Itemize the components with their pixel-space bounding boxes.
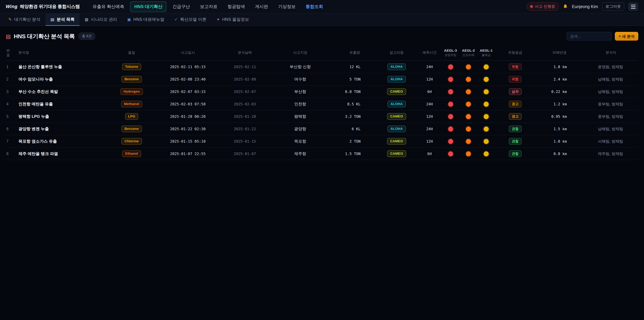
table-row[interactable]: 7 목포항 염소가스 유출 Chlorine 2025-01-15 05:10 … — [6, 135, 638, 148]
nav-item-board[interactable]: 게시판 — [251, 1, 272, 12]
incident-status-dot — [530, 5, 533, 8]
forecast-duration: 12H — [418, 73, 442, 86]
table-row[interactable]: 1 울산 온산항 톨루엔 누출 Toluene 2025-02-11 05:15… — [6, 61, 638, 73]
substance-badge: Benzene — [122, 126, 142, 132]
algorithm-badge: CAMEO — [387, 138, 406, 145]
row-number: 6 — [6, 123, 17, 135]
table-row[interactable]: 4 인천항 메탄올 유출 Methanol 2025-02-03 07:50 2… — [6, 98, 638, 110]
col-header-name: 분석명 — [17, 46, 111, 61]
nav-item-oil-spill-forecast[interactable]: 유출유 확산예측 — [88, 1, 128, 12]
substance-badge: Ethanol — [122, 151, 141, 157]
tab-hns-substance-info[interactable]: ✶ HNS 물질정보 — [212, 14, 254, 26]
aegl3-cell — [442, 61, 460, 73]
substance-cell: Hydrogen — [111, 86, 152, 98]
damage-radius: 0.95 km — [535, 110, 584, 123]
analysis-name: 목포항 염소가스 유출 — [17, 135, 111, 148]
nav-item-reports[interactable]: 보고자료 — [196, 1, 221, 12]
spill-amount: 5 TON — [334, 73, 376, 86]
search-input[interactable] — [567, 32, 612, 41]
aegl2-indicator — [466, 139, 471, 144]
risk-cell: 경고 — [495, 98, 535, 110]
table-row[interactable]: 8 제주 에탄올 탱크 파열 Ethanol 2025-01-07 22:55 … — [6, 148, 638, 160]
manual-book-icon: ▣ — [127, 17, 131, 22]
substance-cell: Methanol — [111, 98, 152, 110]
aegl1-indicator — [484, 127, 489, 132]
row-number: 1 — [6, 61, 17, 73]
risk-badge: 심각 — [509, 88, 522, 95]
aegl1-cell — [477, 98, 495, 110]
tab-hns-response-manual[interactable]: ▣ HNS 대응매뉴얼 — [122, 14, 169, 26]
incident-datetime: 2025-02-03 07:50 — [152, 98, 223, 110]
risk-badge: 관찰 — [509, 138, 522, 145]
tab-label: HNS 대응매뉴얼 — [133, 17, 164, 22]
algorithm-cell: ALOHA — [376, 61, 418, 73]
algorithm-cell: CAMEO — [376, 110, 418, 123]
nav-item-aerial-search[interactable]: 항공탐색 — [224, 1, 249, 12]
incident-location: 평택항 — [267, 110, 334, 123]
nav-item-emergency-rescue[interactable]: 긴급구난 — [168, 1, 194, 12]
algorithm-cell: ALOHA — [376, 98, 418, 110]
aegl1-cell — [477, 123, 495, 135]
col-header-aegl2: AEGL-2 건강피해 — [460, 46, 477, 61]
tab-diffusion-analysis[interactable]: ✎ 대기확산 분석 — [3, 14, 46, 26]
aegl2-cell — [460, 123, 477, 135]
analyst: 서해팀, 방제팀 — [584, 135, 638, 148]
aegl3-cell — [442, 86, 460, 98]
table-row[interactable]: 5 평택항 LPG 누출 LPG 2025-01-28 00:20 2025-0… — [6, 110, 638, 123]
table-row[interactable]: 3 부산 수소 추진선 폭발 Hydrogen 2025-02-07 03:15… — [6, 86, 638, 98]
spill-amount: 8.5 KL — [334, 98, 376, 110]
col-header-location: 사고지점 — [267, 46, 334, 61]
aegl1-indicator — [484, 151, 489, 156]
forecast-duration: 12H — [418, 135, 442, 148]
damage-radius: 1.5 km — [535, 123, 584, 135]
table-header: 번호 분석명 물질 사고일시 분석날짜 사고지점 유출량 알고리즘 예측시간 A… — [6, 46, 638, 61]
risk-cell: 관찰 — [495, 123, 535, 135]
aegl1-cell — [477, 135, 495, 148]
substance-cell: Chlorine — [111, 135, 152, 148]
hamburger-menu-button[interactable] — [628, 2, 638, 11]
forecast-duration: 6H — [418, 86, 442, 98]
aegl2-indicator — [466, 65, 471, 70]
analyst: 윤영림, 방제팀 — [584, 61, 638, 73]
tab-label: HNS 물질정보 — [222, 17, 249, 22]
analyst: 제주팀, 방제팀 — [584, 148, 638, 160]
table-row[interactable]: 6 광양항 벤젠 누출 Benzene 2025-01-22 02:30 202… — [6, 123, 638, 135]
aegl2-indicator — [466, 89, 471, 94]
brand[interactable]: Wing 해양환경 위기대응 통합시스템 — [6, 4, 80, 10]
incident-location: 목포항 — [267, 135, 334, 148]
notification-bell-button[interactable] — [563, 4, 568, 9]
main-nav: 유출유 확산예측 HNS·대기확산 긴급구난 보고자료 항공탐색 게시판 기상정… — [88, 1, 327, 12]
analysis-date: 2025-01-22 — [223, 123, 267, 135]
risk-badge: 위험 — [509, 76, 522, 83]
nav-item-hns-atmospheric[interactable]: HNS·대기확산 — [130, 1, 166, 12]
table-row[interactable]: 2 여수 암모니아 누출 Benzene 2025-02-08 23:40 20… — [6, 73, 638, 86]
aegl1-cell — [477, 73, 495, 86]
analysis-date: 2025-02-07 — [223, 86, 267, 98]
tab-analysis-list[interactable]: ▤ 분석 목록 — [46, 14, 80, 26]
substance-badge: Hydrogen — [120, 88, 143, 95]
damage-radius: 0.8 km — [535, 148, 584, 160]
col-header-amount: 유출량 — [334, 46, 376, 61]
damage-radius: 1.8 km — [535, 61, 584, 73]
nav-item-integrated-search[interactable]: 통합조회 — [302, 1, 327, 12]
tab-scenario-management[interactable]: ▦ 시나리오 관리 — [80, 14, 122, 26]
spill-amount: 1.5 TON — [334, 148, 376, 160]
col-header-date: 분석날짜 — [223, 46, 267, 61]
analysis-date: 2025-02-03 — [223, 98, 267, 110]
analyst: 중부팀, 방제팀 — [584, 110, 638, 123]
logout-button[interactable]: 로그아웃 — [602, 2, 624, 11]
new-analysis-button[interactable]: + 새 분석 — [615, 32, 638, 41]
nav-item-weather[interactable]: 기상정보 — [274, 1, 300, 12]
substance-badge: LPG — [125, 113, 138, 120]
col-header-risk: 위험등급 — [495, 46, 535, 61]
aegl2-indicator — [466, 114, 471, 119]
main-content: ▤ HNS 대기확산 분석 목록 총 8건 + 새 분석 번호 분석명 물질 사 — [0, 26, 644, 160]
forecast-duration: 24H — [418, 98, 442, 110]
aegl3-indicator — [448, 127, 453, 132]
app-root: Wing 해양환경 위기대응 통합시스템 유출유 확산예측 HNS·대기확산 긴… — [0, 0, 644, 160]
table-header-row: 번호 분석명 물질 사고일시 분석날짜 사고지점 유출량 알고리즘 예측시간 A… — [6, 46, 638, 61]
substance-cell: Benzene — [111, 73, 152, 86]
damage-radius: 0.22 km — [535, 86, 584, 98]
algorithm-badge: CAMEO — [387, 88, 406, 95]
tab-diffusion-model-theory[interactable]: ✔ 확산모델 이론 — [170, 14, 212, 26]
